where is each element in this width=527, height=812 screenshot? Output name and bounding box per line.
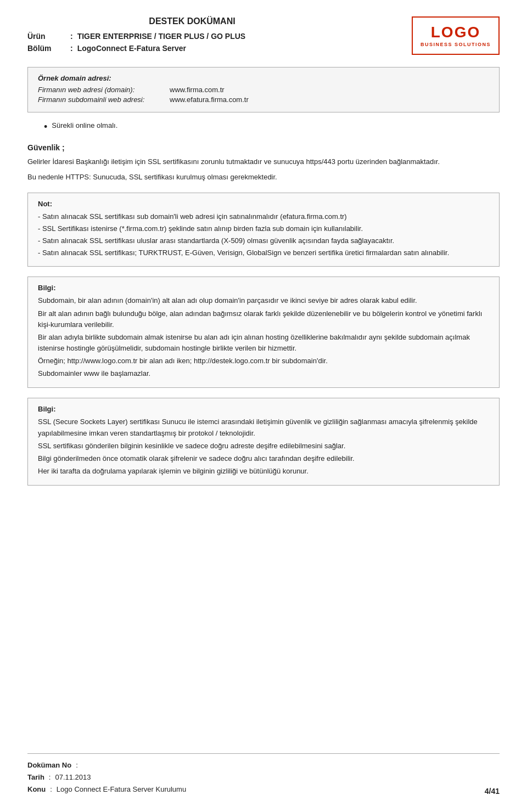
info-header-2: Bilgi: — [38, 405, 489, 413]
domain-row-1: Firmanın web adresi (domain): www.firma.… — [38, 86, 489, 94]
bolum-line: Bölüm : LogoConnect E-Fatura Server — [27, 44, 412, 53]
note-item-1: - SSL Sertifikası istenirse (*.firma.com… — [38, 223, 489, 234]
domain-title: Örnek domain adresi: — [38, 74, 489, 82]
bullet-item: • Sürekli online olmalı. — [44, 121, 500, 133]
header-left: DESTEK DOKÜMANI Ürün : TIGER ENTERPRISE … — [27, 16, 412, 56]
product-colon: : — [70, 32, 73, 41]
product-label: Ürün — [27, 32, 66, 41]
guvenlik-para2: Bu nedenle HTTPS: Sunucuda, SSL sertifik… — [27, 172, 500, 183]
domain-row-2: Firmanın subdomainli web adresi: www.efa… — [38, 95, 489, 104]
note-item-0: - Satın alınacak SSL sertifikası sub dom… — [38, 211, 489, 222]
footer-tarih-row: Tarih : 07.11.2013 — [27, 771, 186, 783]
footer-konu-row: Konu : Logo Connect E-Fatura Server Kuru… — [27, 783, 186, 796]
info-header-1: Bilgi: — [38, 284, 489, 292]
page: DESTEK DOKÜMANI Ürün : TIGER ENTERPRISE … — [0, 0, 527, 812]
footer: Doküman No : Tarih : 07.11.2013 Konu : L… — [27, 753, 500, 796]
note-item-2: - Satın alınacak SSL sertifikası uluslar… — [38, 235, 489, 246]
doc-title: DESTEK DOKÜMANI — [0, 16, 412, 26]
note-item-3: - Satın alınacak SSL sertifikası; TURKTR… — [38, 247, 489, 258]
guvenlik-header: Güvenlik ; — [27, 143, 500, 152]
product-value: TIGER ENTERPRISE / TIGER PLUS / GO PLUS — [77, 32, 245, 41]
footer-doc-no-row: Doküman No : — [27, 759, 186, 771]
domain-label-1: Firmanın web adresi (domain): — [38, 86, 159, 94]
info-text-1-3: Örneğin; http://www.logo.com.tr bir alan… — [38, 356, 489, 366]
logo-sub: BUSINESS SOLUTIONS — [421, 42, 491, 47]
bullet-dot: • — [44, 121, 47, 133]
footer-tarih-value: 07.11.2013 — [55, 771, 91, 783]
footer-tarih-label: Tarih — [27, 771, 44, 783]
info-box-2: Bilgi: SSL (Secure Sockets Layer) sertif… — [27, 398, 500, 486]
footer-konu-value: Logo Connect E-Fatura Server Kurulumu — [57, 783, 186, 796]
guvenlik-para1: Gelirler İdaresi Başkanlığı iletişim içi… — [27, 156, 500, 167]
footer-doc-no-colon: : — [76, 759, 78, 771]
domain-label-2: Firmanın subdomainli web adresi: — [38, 95, 159, 104]
info-text-1-4: Subdomainler www ile başlamazlar. — [38, 368, 489, 379]
bolum-label: Bölüm — [27, 44, 66, 53]
info-text-1-1: Bir alt alan adının bağlı bulunduğu bölg… — [38, 308, 489, 330]
info-box-1: Bilgi: Subdomain, bir alan adının (domai… — [27, 277, 500, 388]
footer-konu-label: Konu — [27, 783, 46, 796]
header: DESTEK DOKÜMANI Ürün : TIGER ENTERPRISE … — [27, 16, 500, 56]
domain-value-1: www.firma.com.tr — [170, 86, 225, 94]
bolum-value: LogoConnect E-Fatura Server — [77, 44, 186, 53]
info-text-2-1: SSL sertifikası gönderilen bilginin kesi… — [38, 441, 489, 452]
note-box: Not: - Satın alınacak SSL sertifikası su… — [27, 193, 500, 267]
bullet-text: Sürekli online olmalı. — [52, 121, 117, 133]
bolum-colon: : — [70, 44, 73, 53]
note-header: Not: — [38, 200, 489, 208]
domain-box: Örnek domain adresi: Firmanın web adresi… — [27, 67, 500, 112]
info-text-2-3: Her iki tarafta da doğrulama yapılarak i… — [38, 466, 489, 477]
info-text-2-0: SSL (Secure Sockets Layer) sertifikası S… — [38, 416, 489, 438]
domain-value-2: www.efatura.firma.com.tr — [170, 95, 249, 104]
footer-page: 4/41 — [485, 787, 500, 796]
product-line: Ürün : TIGER ENTERPRISE / TIGER PLUS / G… — [27, 32, 412, 41]
footer-doc-no-label: Doküman No — [27, 759, 71, 771]
info-text-1-0: Subdomain, bir alan adının (domain'in) a… — [38, 295, 489, 306]
info-text-2-2: Bilgi gönderilmeden önce otomatik olarak… — [38, 453, 489, 464]
footer-konu-colon: : — [50, 783, 52, 796]
info-text-1-2: Bir alan adıyla birlikte subdomain almak… — [38, 332, 489, 354]
footer-left: Doküman No : Tarih : 07.11.2013 Konu : L… — [27, 759, 186, 796]
bullet-section: • Sürekli online olmalı. — [44, 121, 500, 133]
logo-box: LOGO BUSINESS SOLUTIONS — [412, 16, 500, 55]
logo-text: LOGO — [431, 25, 480, 40]
footer-tarih-colon: : — [49, 771, 51, 783]
